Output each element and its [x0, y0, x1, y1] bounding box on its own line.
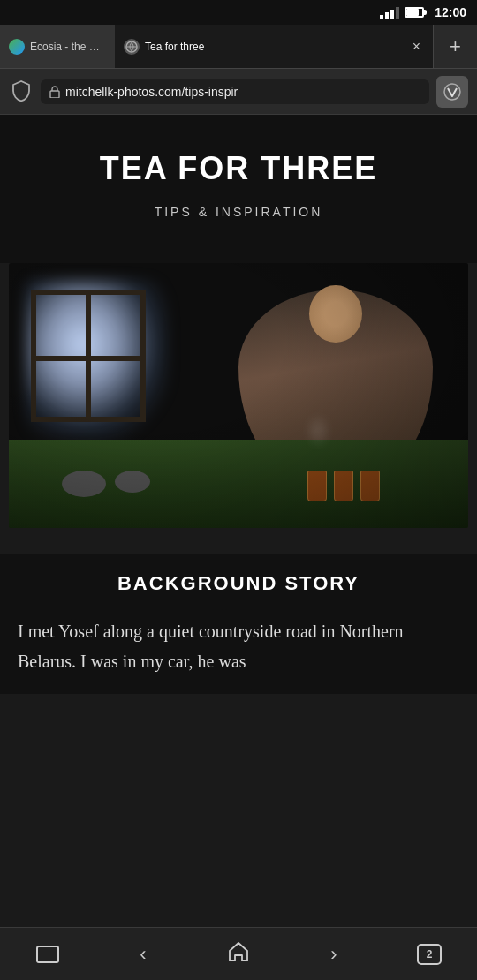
tab-bar: Ecosia - the sea Tea for three × + — [0, 25, 477, 69]
forward-icon: › — [330, 943, 337, 966]
tab-count-badge: 2 — [417, 944, 442, 965]
body-text: I met Yosef along a quiet countryside ro… — [18, 616, 459, 676]
status-time: 12:00 — [435, 5, 466, 19]
home-icon — [227, 940, 250, 969]
status-bar: 12:00 — [0, 0, 477, 25]
address-text: mitchellk-photos.com/tips-inspir — [65, 85, 420, 99]
panels-icon — [36, 946, 59, 963]
site-icon — [124, 39, 140, 55]
tab-active-teaforthree[interactable]: Tea for three × — [115, 25, 433, 68]
page-content: TEA FOR THREE TIPS & INSPIRATION — [0, 115, 477, 747]
shield-icon — [9, 79, 34, 104]
forward-button[interactable]: › — [307, 932, 360, 976]
section-title: BACKGROUND STORY — [18, 572, 459, 595]
signal-icon — [380, 7, 399, 19]
vivaldi-button[interactable] — [436, 76, 468, 108]
battery-icon — [405, 7, 424, 18]
address-input[interactable]: mitchellk-photos.com/tips-inspir — [41, 79, 429, 104]
tab-active-label: Tea for three — [145, 41, 404, 53]
hero-section: TEA FOR THREE TIPS & INSPIRATION — [0, 115, 477, 263]
address-bar: mitchellk-photos.com/tips-inspir — [0, 69, 477, 115]
home-button[interactable] — [212, 932, 265, 976]
svg-rect-2 — [50, 91, 59, 98]
hero-subtitle: TIPS & INSPIRATION — [18, 205, 459, 219]
photo-vignette — [9, 263, 468, 528]
hero-title: TEA FOR THREE — [18, 150, 459, 187]
panels-button[interactable] — [21, 932, 74, 976]
svg-point-3 — [444, 84, 460, 100]
tab-inactive-label: Ecosia - the sea — [30, 41, 101, 53]
hero-photo — [9, 263, 468, 528]
tab-inactive-ecosia[interactable]: Ecosia - the sea — [0, 25, 115, 68]
tab-close-button[interactable]: × — [409, 37, 424, 57]
tab-switcher-button[interactable]: 2 — [403, 932, 456, 976]
photo-scene — [9, 263, 468, 528]
background-story-section: BACKGROUND STORY I met Yosef along a qui… — [0, 554, 477, 694]
new-tab-button[interactable]: + — [433, 25, 477, 68]
lock-icon — [49, 86, 60, 98]
ecosia-icon — [9, 39, 25, 55]
nav-bar: ‹ › 2 — [0, 927, 477, 980]
back-icon: ‹ — [140, 943, 146, 966]
back-button[interactable]: ‹ — [117, 932, 170, 976]
